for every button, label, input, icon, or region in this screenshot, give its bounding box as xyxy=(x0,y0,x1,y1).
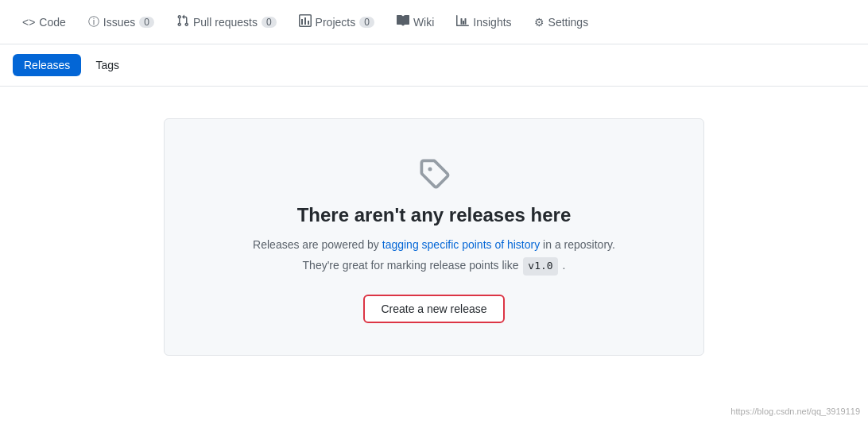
nav-settings-label: Settings xyxy=(548,16,589,29)
nav-code[interactable]: <> Code xyxy=(13,10,76,35)
nav-issues-label: Issues xyxy=(103,16,135,29)
insights-icon xyxy=(456,14,469,29)
sub-nav: Releases Tags xyxy=(0,44,868,87)
description-line2-before: They're great for marking release points… xyxy=(303,259,519,272)
nav-insights-label: Insights xyxy=(473,16,511,29)
projects-icon xyxy=(299,14,312,29)
nav-issues[interactable]: ⓘ Issues 0 xyxy=(79,9,164,36)
issues-badge: 0 xyxy=(139,17,154,28)
pull-requests-badge: 0 xyxy=(262,17,277,28)
issues-icon: ⓘ xyxy=(88,15,99,29)
nav-wiki-label: Wiki xyxy=(413,16,434,29)
description-link[interactable]: tagging specific points of history xyxy=(382,238,540,251)
code-icon: <> xyxy=(22,16,35,29)
nav-projects-label: Projects xyxy=(316,16,356,29)
nav-code-label: Code xyxy=(39,16,65,29)
description-line2-after: . xyxy=(563,259,566,272)
create-release-button[interactable]: Create a new release xyxy=(363,295,504,323)
nav-projects[interactable]: Projects 0 xyxy=(289,8,384,36)
version-badge: v1.0 xyxy=(523,257,557,276)
nav-pull-requests-label: Pull requests xyxy=(193,16,258,29)
pull-requests-icon xyxy=(176,14,189,29)
tag-icon xyxy=(418,157,450,191)
wiki-icon xyxy=(397,14,409,29)
settings-icon: ⚙ xyxy=(534,16,544,29)
description-after-text: in a repository. xyxy=(543,238,615,251)
top-nav: <> Code ⓘ Issues 0 Pull requests 0 Proje… xyxy=(0,0,868,44)
empty-state-description-2: They're great for marking release points… xyxy=(303,256,566,276)
nav-settings[interactable]: ⚙ Settings xyxy=(525,10,599,35)
empty-state-card: There aren't any releases here Releases … xyxy=(164,118,704,356)
projects-badge: 0 xyxy=(359,17,374,28)
releases-tab[interactable]: Releases xyxy=(13,54,81,76)
main-content: There aren't any releases here Releases … xyxy=(0,87,868,387)
nav-wiki[interactable]: Wiki xyxy=(387,8,444,36)
nav-pull-requests[interactable]: Pull requests 0 xyxy=(167,8,286,36)
tags-tab[interactable]: Tags xyxy=(84,54,130,76)
nav-insights[interactable]: Insights xyxy=(447,8,521,36)
empty-state-title: There aren't any releases here xyxy=(297,204,572,226)
empty-state-description-1: Releases are powered by tagging specific… xyxy=(253,236,615,253)
description-before-text: Releases are powered by xyxy=(253,238,379,251)
